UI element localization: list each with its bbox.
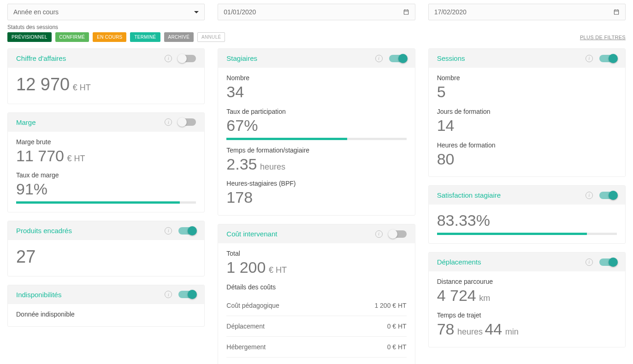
chip-previsionnel[interactable]: PRÉVISIONNEL (7, 32, 52, 42)
card-satisfaction-body: 83.33% (429, 205, 625, 243)
metric-bpf: Heures-stagiaires (BPF) 178 (226, 180, 406, 207)
col-3: Sessions i Nombre 5 Jours de formation 1… (428, 48, 626, 347)
info-icon[interactable]: i (586, 258, 593, 266)
info-icon[interactable]: i (165, 227, 172, 235)
card-instructor-cost-title: Coût intervenant (226, 230, 277, 238)
satisfaction-value: 83.33% (437, 211, 490, 229)
header-controls: i (165, 227, 196, 235)
toggle-satisfaction[interactable] (599, 192, 617, 199)
metric-session-hours: Heures de formation 80 (437, 141, 617, 169)
metric-revenue: 12 970 € HT (16, 74, 196, 95)
card-travel-header: Déplacements i (429, 252, 625, 271)
bpf-label: Heures-stagiaires (BPF) (226, 180, 406, 187)
session-hours-label: Heures de formation (437, 141, 617, 149)
training-time-label: Temps de formation/stagiaire (226, 147, 406, 154)
dashboard-grid: Chiffre d'affaires i 12 970 € HT Marge i (7, 48, 626, 364)
margin-rate-label: Taux de marge (16, 171, 196, 179)
card-unavailability-header: Indisponibilités i (8, 285, 204, 304)
card-margin-header: Marge i (8, 113, 204, 132)
toggle-instructor-cost[interactable] (389, 230, 407, 238)
metric-margin-rate: Taux de marge 91% (16, 171, 196, 204)
card-sessions-header: Sessions i (429, 49, 625, 68)
toggle-knob (177, 117, 187, 127)
date-to-input[interactable]: 17/02/2020 (428, 4, 626, 20)
toggle-revenue[interactable] (178, 55, 196, 62)
col-2: Stagiaires i Nombre 34 Taux de participa… (218, 48, 415, 364)
metric-session-count: Nombre 5 (437, 74, 617, 101)
chip-archive[interactable]: ARCHIVÉ (164, 32, 194, 42)
cost-row: Déplacement0 € HT (226, 316, 406, 336)
toggle-products[interactable] (178, 227, 196, 235)
participation-progress (226, 138, 406, 140)
toggle-knob (609, 258, 618, 267)
card-revenue-header: Chiffre d'affaires i (8, 49, 204, 68)
card-revenue-body: 12 970 € HT (8, 68, 204, 104)
toggle-knob (388, 229, 397, 239)
card-sessions: Sessions i Nombre 5 Jours de formation 1… (428, 48, 626, 177)
chip-encours[interactable]: EN COURS (93, 32, 126, 42)
card-margin-body: Marge brute 11 770 € HT Taux de marge 91… (8, 132, 204, 212)
cost-row: Hébergement0 € HT (226, 336, 406, 357)
products-value: 27 (16, 247, 35, 266)
card-revenue-title: Chiffre d'affaires (16, 54, 66, 62)
chip-confirme[interactable]: CONFIRMÉ (55, 32, 89, 42)
info-icon[interactable]: i (375, 230, 383, 238)
toggle-unavailability[interactable] (178, 291, 196, 298)
revenue-value: 12 970 (16, 75, 70, 94)
trainee-count-value: 34 (226, 83, 244, 100)
toggle-knob (177, 54, 187, 63)
card-travel-body: Distance parcourue 4 724 km Temps de tra… (429, 271, 625, 347)
info-icon[interactable]: i (165, 291, 172, 298)
cost-row: Coût pédagogique1 200 € HT (226, 295, 406, 316)
card-instructor-cost-body: Total 1 200 € HT Détails des coûts Coût … (218, 243, 414, 364)
more-filters-link[interactable]: PLUS DE FILTRES (580, 35, 626, 40)
unavailability-message: Donnée indisponible (16, 311, 196, 318)
info-icon[interactable]: i (586, 55, 593, 62)
date-from-value: 01/01/2020 (224, 8, 256, 16)
session-days-label: Jours de formation (437, 108, 617, 115)
metric-satisfaction: 83.33% (437, 211, 617, 235)
status-chips: PRÉVISIONNEL CONFIRMÉ EN COURS TERMINÉ A… (7, 32, 626, 42)
card-margin: Marge i Marge brute 11 770 € HT Taux de … (7, 112, 205, 213)
cost-total-label: Total (226, 250, 406, 257)
metric-distance: Distance parcourue 4 724 km (437, 278, 617, 305)
cost-row-value: 0 € HT (387, 343, 407, 351)
chip-annule[interactable]: ANNULÉ (197, 32, 225, 42)
card-travel-title: Déplacements (437, 258, 481, 266)
date-from-input[interactable]: 01/01/2020 (218, 4, 415, 20)
metric-travel-time: Temps de trajet 78 heures 44 min (437, 311, 617, 339)
travel-hours-unit: heures (457, 327, 483, 336)
metric-participation: Taux de participation 67% (226, 108, 406, 140)
toggle-travel[interactable] (599, 258, 617, 266)
card-trainees-body: Nombre 34 Taux de participation 67% Temp… (218, 68, 414, 215)
training-time-value: 2.35 (226, 155, 257, 173)
card-products: Produits encadrés i 27 (7, 221, 205, 276)
header-controls: i (586, 55, 617, 62)
participation-label: Taux de participation (226, 108, 406, 115)
participation-progress-fill (226, 138, 347, 140)
info-icon[interactable]: i (586, 192, 593, 199)
calendar-icon (613, 9, 620, 15)
chip-termine[interactable]: TERMINÉ (130, 32, 160, 42)
period-select[interactable]: Année en cours (7, 4, 205, 20)
cost-row-value: 1 200 € HT (374, 302, 406, 309)
info-icon[interactable]: i (165, 55, 172, 62)
card-satisfaction-header: Satisfaction stagiaire i (429, 186, 625, 205)
calendar-icon (403, 9, 409, 15)
card-sessions-title: Sessions (437, 54, 465, 62)
card-revenue: Chiffre d'affaires i 12 970 € HT (7, 48, 205, 104)
toggle-sessions[interactable] (599, 55, 617, 62)
info-icon[interactable]: i (375, 55, 383, 62)
metric-trainee-count: Nombre 34 (226, 74, 406, 101)
header-controls: i (586, 258, 617, 266)
margin-progress (16, 201, 196, 204)
card-unavailability-body: Donnée indisponible (8, 304, 204, 326)
status-label: Statuts des sessions (7, 24, 626, 30)
cost-total-value: 1 200 (226, 258, 266, 276)
toggle-margin[interactable] (178, 118, 196, 126)
info-icon[interactable]: i (165, 118, 172, 126)
toggle-trainees[interactable] (389, 55, 407, 62)
toggle-knob (188, 290, 197, 299)
distance-unit: km (479, 294, 490, 303)
card-satisfaction: Satisfaction stagiaire i 83.33% (428, 185, 626, 244)
